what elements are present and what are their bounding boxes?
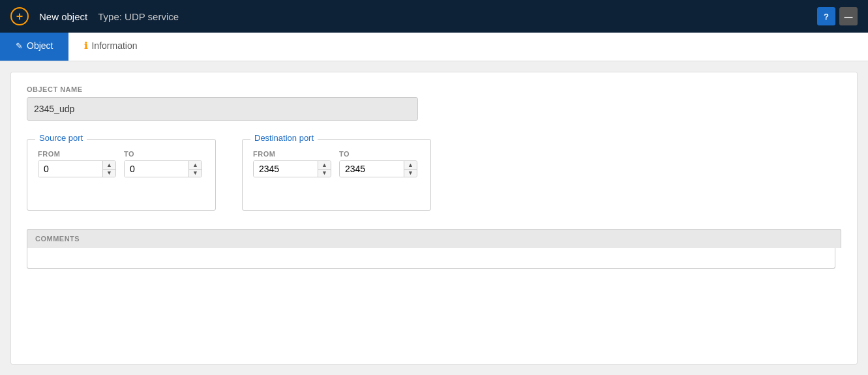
object-name-field: OBJECT NAME [27, 85, 841, 121]
info-icon: ℹ [84, 40, 87, 51]
destination-port-section: Destination port FROM ▲ ▼ TO [242, 139, 431, 211]
destination-port-from-label: FROM [253, 150, 331, 158]
tab-information[interactable]: ℹ Information [68, 33, 153, 61]
new-object-label: New object [39, 11, 87, 22]
source-port-from-input[interactable] [38, 161, 102, 177]
source-port-to-wrap: ▲ ▼ [124, 160, 202, 177]
source-port-to-input[interactable] [125, 161, 188, 177]
tab-object[interactable]: ✎ Object [0, 33, 68, 61]
topbar-right: ? — [817, 7, 858, 25]
destination-port-to-label: TO [339, 150, 417, 158]
minimize-button[interactable]: — [839, 7, 858, 25]
comments-section: COMMENTS [27, 229, 841, 269]
tab-information-label: Information [91, 40, 137, 51]
destination-port-from-wrap: ▲ ▼ [253, 160, 331, 177]
type-label: Type: UDP service [98, 11, 179, 22]
destination-port-to-input[interactable] [340, 161, 404, 177]
destination-port-from-field: FROM ▲ ▼ [253, 150, 331, 177]
main-area: ✎ Object ℹ Information OBJECT NAME Sourc… [0, 33, 868, 375]
source-port-to-label: TO [124, 150, 202, 158]
destination-port-to-spinners: ▲ ▼ [404, 161, 417, 177]
help-button[interactable]: ? [817, 7, 835, 25]
object-name-input[interactable] [27, 97, 418, 121]
topbar-left: + New object Type: UDP service [10, 7, 179, 25]
source-port-from-down[interactable]: ▼ [103, 170, 115, 177]
tab-object-label: Object [27, 40, 53, 51]
source-port-to-spinners: ▲ ▼ [188, 161, 202, 177]
object-name-label: OBJECT NAME [27, 85, 841, 93]
destination-port-from-down[interactable]: ▼ [318, 170, 331, 177]
comments-input[interactable] [27, 248, 835, 269]
comments-label: COMMENTS [27, 229, 841, 248]
add-object-icon: + [10, 7, 29, 25]
source-port-from-up[interactable]: ▲ [103, 161, 115, 170]
destination-port-to-wrap: ▲ ▼ [339, 160, 417, 177]
content-card: OBJECT NAME Source port FROM ▲ ▼ [10, 72, 858, 365]
destination-port-from-input[interactable] [254, 161, 318, 177]
source-port-from-spinners: ▲ ▼ [102, 161, 115, 177]
destination-port-fields: FROM ▲ ▼ TO [253, 150, 420, 177]
destination-port-from-up[interactable]: ▲ [318, 161, 331, 170]
source-port-section: Source port FROM ▲ ▼ TO [27, 139, 216, 211]
destination-port-to-up[interactable]: ▲ [404, 161, 417, 170]
destination-port-to-field: TO ▲ ▼ [339, 150, 417, 177]
source-port-to-down[interactable]: ▼ [189, 170, 202, 177]
ports-row: Source port FROM ▲ ▼ TO [27, 139, 841, 211]
destination-port-to-down[interactable]: ▼ [404, 170, 417, 177]
source-port-from-wrap: ▲ ▼ [38, 160, 116, 177]
topbar: + New object Type: UDP service ? — [0, 0, 868, 33]
source-port-to-up[interactable]: ▲ [189, 161, 202, 170]
destination-port-legend: Destination port [250, 133, 318, 143]
destination-port-from-spinners: ▲ ▼ [318, 161, 331, 177]
source-port-from-field: FROM ▲ ▼ [38, 150, 116, 177]
source-port-to-field: TO ▲ ▼ [124, 150, 202, 177]
source-port-from-label: FROM [38, 150, 116, 158]
tabs-bar: ✎ Object ℹ Information [0, 33, 868, 61]
pencil-icon: ✎ [16, 41, 23, 51]
source-port-legend: Source port [35, 133, 87, 143]
source-port-fields: FROM ▲ ▼ TO [38, 150, 205, 177]
